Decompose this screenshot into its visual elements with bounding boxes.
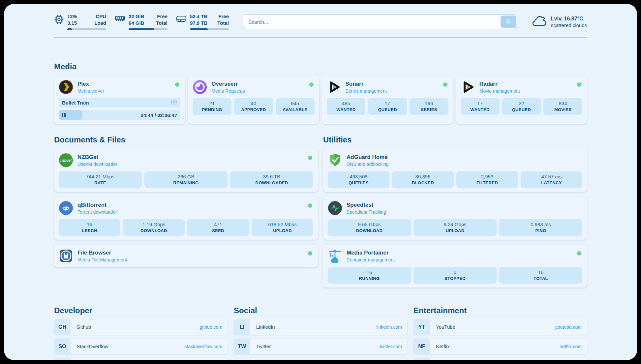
app-description: Media Requests	[211, 88, 245, 94]
stat-chip: 266 GBREMAINING	[144, 171, 228, 188]
app-card-nzbget[interactable]: nzbget NZBGet Usenet downloader 744.21 M…	[54, 149, 318, 192]
disk-free-label: Free	[217, 13, 229, 20]
now-playing-title: Bullet Train	[62, 100, 89, 106]
status-dot-online	[577, 251, 581, 256]
stat-chip: 40APPROVED	[234, 98, 273, 115]
memory-free-label: Free	[156, 13, 168, 20]
app-name: Media Portainer	[347, 250, 395, 256]
qbittorrent-icon: qb	[59, 201, 73, 215]
cpu-icon	[54, 15, 64, 26]
disk-total-label: Total	[217, 20, 229, 26]
stat-chip: 0.993 msPING	[499, 219, 582, 236]
bookmark-netflix[interactable]: NF Netflix netflix.com	[413, 339, 587, 354]
disk-free-value: 52.4 TB	[190, 13, 207, 20]
app-description: Usenet downloader	[77, 162, 117, 167]
stat-chip: 21PENDING	[193, 98, 231, 115]
playback-time: 24:44 / 02:06:47	[140, 112, 177, 118]
bookmark-reddit[interactable]: RE Reddit reddit.com	[413, 358, 587, 360]
cpu-label: CPU	[94, 13, 106, 20]
pause-icon	[62, 113, 66, 117]
github-abbr-icon: GH	[54, 319, 71, 335]
stat-chip: 16TOTAL	[499, 267, 582, 284]
app-card-adguard[interactable]: AdGuard Home DNS and adblocking 498,508Q…	[323, 149, 587, 192]
adguard-icon	[328, 153, 342, 167]
stat-chip: 17QUEUED	[368, 98, 407, 115]
stat-chip: 9.65 GbpsDOWNLOAD	[328, 219, 411, 236]
stat-chip: 2,953FILTERED	[456, 171, 518, 188]
bookmark-youtube[interactable]: YT YouTube youtube.com	[413, 319, 587, 335]
status-dot-online	[443, 82, 447, 87]
bookmark-stackoverflow[interactable]: SO StackOverflow stackoverflow.com	[54, 339, 228, 354]
app-card-qbittorrent[interactable]: qb qBittorrent Torrent downloader 16LEEC…	[54, 197, 318, 240]
search-engine-button[interactable]: G	[501, 15, 516, 28]
stat-chip: 86,396BLOCKED	[392, 171, 454, 188]
bookmark-dev[interactable]: DT DEV dev.to	[54, 358, 228, 360]
section-title-utilities: Utilities	[323, 135, 587, 144]
memory-progress-fill	[129, 28, 154, 30]
section-title-developer: Developer	[54, 306, 228, 315]
status-dot-online	[308, 203, 312, 208]
disk-progress-fill	[190, 28, 208, 30]
top-bar: 12% 3.15 CPU Load	[54, 4, 587, 30]
svg-text:nzbget: nzbget	[60, 158, 72, 162]
app-name: Speedtest	[347, 202, 386, 208]
stat-chip: 39.6 TBDOWNLOADED	[230, 171, 313, 188]
bookmark-linkedin[interactable]: LI LinkedIn linkedin.com	[234, 319, 407, 335]
memory-icon	[115, 15, 125, 24]
radarr-icon	[461, 80, 475, 94]
app-name: NZBGet	[77, 154, 117, 161]
app-name: Radarr	[479, 81, 520, 87]
app-description: Media server	[77, 88, 104, 94]
app-card-portainer[interactable]: Media Portainer Container management 16R…	[323, 245, 587, 288]
disk-total-value: 97.9 TB	[190, 20, 207, 26]
app-card-overseerr[interactable]: Overseerr Media Requests 21PENDING 40APP…	[188, 76, 319, 124]
memory-total-value: 64 GiB	[129, 20, 144, 26]
cpu-load-value: 3.15	[67, 20, 77, 26]
cpu-load-label: Load	[94, 20, 106, 26]
sonarr-icon	[327, 80, 341, 94]
linkedin-abbr-icon: LI	[234, 319, 250, 335]
header-divider	[54, 38, 587, 38]
app-card-radarr[interactable]: Radarr Movie management 17WANTED 22QUEUE…	[456, 76, 587, 124]
app-card-sonarr[interactable]: Sonarr Series management 485WANTED 17QUE…	[322, 76, 453, 124]
nzbget-icon: nzbget	[59, 153, 73, 167]
memory-total-label: Total	[156, 20, 168, 26]
search-input[interactable]	[243, 15, 517, 29]
app-name: Sonarr	[346, 81, 387, 87]
app-card-speedtest[interactable]: Speedtest Speedtest Tracking 9.65 GbpsDO…	[323, 197, 587, 240]
stat-chip: 9.24 GbpsUPLOAD	[413, 219, 497, 236]
portainer-icon	[328, 249, 342, 263]
disk-icon	[176, 15, 187, 24]
memory-free-value: 22 GiB	[129, 13, 144, 20]
app-card-filebrowser[interactable]: File Browser Media File Management	[54, 245, 318, 267]
bookmark-github[interactable]: GH Github github.com	[54, 319, 228, 335]
app-card-plex[interactable]: Plex Media server Bullet Train	[54, 76, 185, 124]
cpu-usage-value: 12%	[67, 13, 77, 20]
stat-chip: 498,508QUERIES	[328, 171, 389, 188]
youtube-abbr-icon: YT	[413, 319, 430, 335]
app-description: Series management	[346, 88, 387, 94]
search-box: G	[243, 15, 517, 29]
bookmark-twitter[interactable]: TW Twitter twitter.com	[234, 339, 407, 354]
app-description: Media File Management	[77, 257, 127, 262]
disk-stat: 52.4 TB 97.9 TB Free Total	[176, 13, 229, 30]
playback-progress-bar: 24:44 / 02:06:47	[59, 110, 180, 120]
cpu-stat: 12% 3.15 CPU Load	[54, 13, 106, 30]
video-session-icon[interactable]	[171, 99, 177, 106]
svg-text:qb: qb	[63, 205, 69, 211]
disk-progress-track	[190, 28, 229, 30]
stat-chip: 485WANTED	[327, 98, 366, 115]
cpu-progress-track	[67, 28, 106, 30]
app-description: Torrent downloader	[77, 209, 117, 215]
app-name: AdGuard Home	[347, 154, 389, 161]
section-title-social: Social	[234, 306, 407, 315]
app-description: Speedtest Tracking	[347, 209, 386, 215]
status-dot-online	[309, 82, 314, 87]
dev-abbr-icon: DT	[54, 358, 71, 360]
stat-chip: 1.19 GbpsDOWNLOAD	[123, 219, 185, 236]
twitter-abbr-icon: TW	[234, 339, 250, 354]
memory-progress-track	[129, 28, 168, 30]
section-title-media: Media	[54, 62, 587, 71]
app-description: Movie management	[479, 88, 520, 94]
filebrowser-icon	[59, 249, 73, 263]
